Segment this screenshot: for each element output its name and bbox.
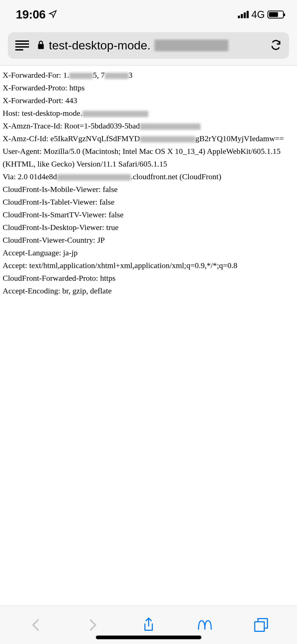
status-left: 19:06 bbox=[16, 8, 57, 21]
header-label: Accept-Language: bbox=[3, 248, 63, 257]
url-text: test-desktop-mode. bbox=[49, 39, 150, 52]
header-line: Accept: text/html,application/xhtml+xml,… bbox=[3, 259, 294, 272]
header-value-mid: 5, 7 bbox=[93, 71, 105, 79]
header-value-prefix: 2.0 01d4e8d bbox=[18, 172, 57, 181]
header-label: CloudFront-Forwarded-Proto: bbox=[3, 274, 100, 282]
lock-icon bbox=[37, 40, 45, 51]
header-label: CloudFront-Viewer-Country: bbox=[3, 236, 97, 244]
header-value: 443 bbox=[65, 96, 77, 105]
network-type: 4G bbox=[251, 9, 265, 20]
header-line: CloudFront-Is-Desktop-Viewer: true bbox=[3, 221, 294, 234]
header-line: X-Forwarded-For: 1.5, 73 bbox=[3, 69, 294, 81]
refresh-icon[interactable] bbox=[270, 39, 282, 52]
header-line: Accept-Language: ja-jp bbox=[3, 246, 294, 259]
share-button[interactable] bbox=[141, 617, 157, 633]
url-display[interactable]: test-desktop-mode. bbox=[37, 39, 262, 52]
header-value-prefix: test-desktop-mode. bbox=[22, 109, 82, 117]
redacted-segment bbox=[57, 174, 131, 181]
header-value: https bbox=[100, 274, 115, 282]
header-value: br, gzip, deflate bbox=[62, 286, 112, 295]
page-content[interactable]: X-Forwarded-For: 1.5, 73X-Forwarded-Prot… bbox=[0, 65, 297, 606]
home-indicator[interactable] bbox=[96, 636, 201, 639]
header-label: X-Forwarded-For: bbox=[3, 71, 63, 79]
header-label: Via: bbox=[3, 172, 18, 181]
header-label: X-Forwarded-Port: bbox=[3, 96, 65, 105]
signal-icon bbox=[238, 11, 249, 18]
header-label: CloudFront-Is-Mobile-Viewer: bbox=[3, 185, 103, 194]
header-label: Host: bbox=[3, 109, 22, 117]
header-value-suffix: .cloudfront.net (CloudFront) bbox=[131, 172, 221, 181]
redacted-segment bbox=[140, 123, 201, 130]
header-value-suffix: gB2rYQ10MyjVIedamw== bbox=[195, 134, 284, 143]
header-line: Host: test-desktop-mode. bbox=[3, 107, 294, 119]
header-line: Accept-Encoding: br, gzip, deflate bbox=[3, 284, 294, 297]
header-value: false bbox=[109, 210, 124, 219]
header-line: CloudFront-Is-Tablet-Viewer: false bbox=[3, 196, 294, 208]
status-bar: 19:06 4G bbox=[0, 0, 297, 29]
header-line: X-Forwarded-Port: 443 bbox=[3, 94, 294, 107]
header-label: X-Forwarded-Proto: bbox=[3, 83, 69, 92]
header-line: X-Amzn-Trace-Id: Root=1-5bdad039-5bad bbox=[3, 119, 294, 132]
header-value-prefix: e5IkaRVgzNVqLfSdFMYD bbox=[50, 134, 140, 143]
header-value-prefix: Root=1-5bdad039-5bad bbox=[64, 121, 140, 130]
reader-view-icon[interactable] bbox=[15, 40, 29, 50]
redacted-segment bbox=[140, 136, 195, 142]
header-value: false bbox=[103, 185, 118, 194]
header-value-suffix: 3 bbox=[129, 71, 133, 79]
address-bar[interactable]: test-desktop-mode. bbox=[8, 32, 289, 59]
header-value: true bbox=[106, 223, 119, 232]
header-line: X-Amz-Cf-Id: e5IkaRVgzNVqLfSdFMYDgB2rYQ1… bbox=[3, 132, 294, 145]
header-line: CloudFront-Is-Mobile-Viewer: false bbox=[3, 183, 294, 196]
battery-icon bbox=[267, 11, 284, 19]
tabs-button[interactable] bbox=[253, 617, 269, 633]
header-value: ja-jp bbox=[63, 248, 78, 257]
header-line: CloudFront-Viewer-Country: JP bbox=[3, 234, 294, 246]
header-line: CloudFront-Forwarded-Proto: https bbox=[3, 272, 294, 284]
header-label: CloudFront-Is-Desktop-Viewer: bbox=[3, 223, 106, 232]
header-value: JP bbox=[97, 236, 105, 244]
forward-button[interactable] bbox=[84, 617, 100, 633]
header-line: X-Forwarded-Proto: https bbox=[3, 81, 294, 94]
header-label: User-Agent: bbox=[3, 147, 44, 155]
header-label: Accept-Encoding: bbox=[3, 286, 62, 295]
status-right: 4G bbox=[238, 9, 284, 20]
header-line: CloudFront-Is-SmartTV-Viewer: false bbox=[3, 208, 294, 221]
header-value: false bbox=[100, 197, 115, 206]
header-label: CloudFront-Is-SmartTV-Viewer: bbox=[3, 210, 109, 219]
header-value: https bbox=[69, 83, 84, 92]
header-label: Accept: bbox=[3, 261, 29, 270]
header-value: text/html,application/xhtml+xml,applicat… bbox=[29, 261, 237, 270]
header-label: X-Amzn-Trace-Id: bbox=[3, 121, 64, 130]
header-label: X-Amz-Cf-Id: bbox=[3, 134, 50, 143]
svg-rect-1 bbox=[255, 622, 264, 631]
header-label: CloudFront-Is-Tablet-Viewer: bbox=[3, 197, 100, 206]
location-icon bbox=[48, 10, 57, 20]
url-redacted bbox=[154, 40, 228, 51]
redacted-segment bbox=[82, 111, 148, 117]
svg-rect-0 bbox=[38, 44, 44, 49]
redacted-segment bbox=[105, 73, 129, 79]
address-bar-container: test-desktop-mode. bbox=[0, 29, 297, 65]
header-line: Via: 2.0 01d4e8d.cloudfront.net (CloudFr… bbox=[3, 170, 294, 183]
header-line: User-Agent: Mozilla/5.0 (Macintosh; Inte… bbox=[3, 145, 294, 170]
back-button[interactable] bbox=[28, 617, 44, 633]
bookmarks-button[interactable] bbox=[197, 617, 213, 633]
status-time: 19:06 bbox=[16, 8, 46, 21]
redacted-segment bbox=[69, 73, 93, 79]
header-value-prefix: 1. bbox=[63, 71, 69, 79]
header-value: Mozilla/5.0 (Macintosh; Intel Mac OS X 1… bbox=[3, 147, 281, 168]
